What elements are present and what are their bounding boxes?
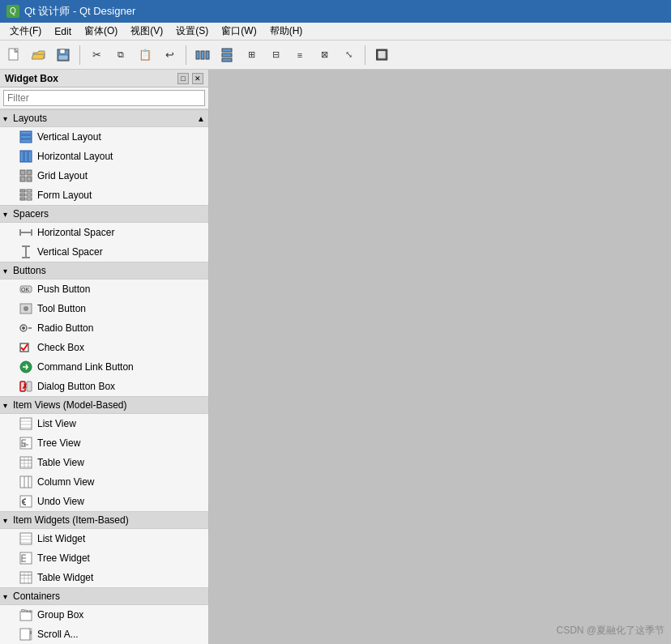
svg-rect-77 (20, 572, 32, 583)
svg-rect-26 (20, 198, 25, 200)
widget-box-controls: □ ✕ (177, 73, 203, 84)
svg-rect-64 (20, 476, 32, 488)
tree-widget-icon (19, 552, 32, 565)
scroll-area-icon (19, 628, 32, 641)
item-undo-view[interactable]: Undo View (0, 492, 208, 511)
design-canvas[interactable] (209, 70, 671, 644)
table-widget-label: Table Widget (37, 572, 93, 583)
item-tree-view[interactable]: Tree View (0, 433, 208, 453)
cut-button[interactable]: ✂ (85, 44, 108, 66)
menu-window[interactable]: 窗口(W) (215, 23, 263, 40)
undo-button[interactable]: ↩ (158, 44, 181, 66)
svg-text:OK: OK (21, 287, 29, 292)
item-radio-button[interactable]: Radio Button (0, 318, 208, 338)
tree-widget-label: Tree Widget (37, 552, 90, 564)
layout-snap-button[interactable]: ⊞ (240, 44, 263, 66)
undo-view-icon (19, 495, 32, 508)
category-containers[interactable]: ▾ Containers (0, 587, 208, 605)
item-scroll-area[interactable]: Scroll A... (0, 625, 208, 644)
svg-rect-10 (222, 53, 232, 57)
toolbar: ✂ ⧉ 📋 ↩ ⊞ ⊟ ≡ ⊠ ⤡ 🔲 (0, 41, 671, 70)
svg-text:Group: Group (21, 608, 32, 613)
svg-rect-27 (27, 198, 32, 200)
item-tool-button[interactable]: Tool Button (0, 299, 208, 318)
check-box-icon (19, 341, 32, 354)
form-layout-icon (19, 189, 32, 202)
vertical-spacer-icon (19, 245, 32, 258)
chevron-item-views-icon: ▾ (3, 401, 7, 410)
item-form-layout[interactable]: Form Layout (0, 186, 208, 205)
filter-input[interactable] (3, 90, 205, 106)
item-check-box[interactable]: Check Box (0, 338, 208, 357)
preview-button[interactable]: 🔲 (370, 44, 393, 66)
svg-rect-4 (60, 49, 65, 53)
layout-form-button[interactable]: ≡ (288, 44, 311, 66)
menu-file[interactable]: 文件(F) (3, 23, 48, 40)
svg-rect-23 (27, 190, 32, 192)
menu-view[interactable]: 视图(V) (124, 23, 169, 40)
item-list-view[interactable]: List View (0, 414, 208, 433)
item-command-link-button[interactable]: Command Link Button (0, 357, 208, 377)
svg-rect-17 (28, 151, 32, 162)
category-layouts[interactable]: ▾ Layouts ▲ (0, 109, 208, 127)
widget-box-title: Widget Box (5, 73, 58, 84)
item-table-widget[interactable]: Table Widget (0, 568, 208, 587)
svg-rect-21 (27, 177, 32, 181)
toolbar-separator-2 (186, 45, 186, 65)
radio-button-label: Radio Button (37, 322, 93, 334)
table-widget-icon (19, 571, 32, 584)
item-column-view[interactable]: Column View (0, 472, 208, 492)
svg-text:↔: ↔ (24, 228, 30, 236)
svg-rect-24 (20, 194, 25, 196)
list-view-label: List View (37, 418, 76, 429)
category-spacers[interactable]: ▾ Spacers (0, 205, 208, 223)
item-group-box[interactable]: Group Group Box (0, 605, 208, 625)
item-tree-widget[interactable]: Tree Widget (0, 548, 208, 568)
chevron-spacers-icon: ▾ (3, 210, 7, 219)
save-button[interactable] (52, 44, 75, 66)
adjust-size-button[interactable]: ⤡ (337, 44, 360, 66)
item-table-view[interactable]: Table View (0, 453, 208, 472)
item-vertical-layout[interactable]: Vertical Layout (0, 127, 208, 147)
list-widget-label: List Widget (37, 533, 85, 544)
menu-form[interactable]: 窗体(O) (78, 23, 124, 40)
svg-rect-12 (20, 131, 32, 134)
widget-list: ▾ Layouts ▲ Vertical Layout Horizontal L… (0, 109, 208, 644)
category-item-views-label: Item Views (Model-Based) (13, 399, 127, 411)
widget-box-close-button[interactable]: ✕ (192, 73, 203, 84)
paste-button[interactable]: 📋 (134, 44, 156, 66)
tree-view-icon (19, 437, 32, 450)
layout-grid-button[interactable]: ⊟ (264, 44, 287, 66)
category-buttons[interactable]: ▾ Buttons (0, 262, 208, 279)
column-view-icon (19, 476, 32, 488)
category-item-views[interactable]: ▾ Item Views (Model-Based) (0, 396, 208, 414)
svg-rect-87 (30, 631, 32, 634)
chevron-layouts-icon: ▾ (3, 114, 7, 123)
layout-break-button[interactable]: ⊠ (313, 44, 336, 66)
item-grid-layout[interactable]: Grid Layout (0, 166, 208, 186)
svg-rect-5 (58, 55, 68, 60)
item-dialog-button-box[interactable]: ✗ Dialog Button Box (0, 377, 208, 396)
menu-edit[interactable]: Edit (48, 24, 78, 39)
item-vertical-spacer[interactable]: Vertical Spacer (0, 242, 208, 262)
list-view-icon (19, 417, 32, 430)
open-button[interactable] (28, 44, 50, 66)
svg-point-40 (22, 326, 25, 330)
menu-help[interactable]: 帮助(H) (263, 23, 310, 40)
svg-rect-8 (206, 51, 209, 59)
new-button[interactable] (3, 44, 26, 66)
item-horizontal-spacer[interactable]: ↔ Horizontal Spacer (0, 223, 208, 242)
category-item-widgets[interactable]: ▾ Item Widgets (Item-Based) (0, 511, 208, 529)
item-horizontal-layout[interactable]: Horizontal Layout (0, 147, 208, 166)
layout-v-button[interactable] (216, 44, 238, 66)
widget-box-float-button[interactable]: □ (177, 73, 189, 84)
item-list-widget[interactable]: List Widget (0, 529, 208, 548)
item-push-button[interactable]: OK Push Button (0, 279, 208, 299)
menu-settings[interactable]: 设置(S) (169, 23, 215, 40)
copy-button[interactable]: ⧉ (109, 44, 132, 66)
layout-h-button[interactable] (191, 44, 214, 66)
grid-layout-icon (19, 169, 32, 182)
toolbar-separator-3 (365, 45, 365, 65)
horizontal-spacer-icon: ↔ (19, 226, 32, 239)
svg-rect-41 (28, 327, 32, 329)
